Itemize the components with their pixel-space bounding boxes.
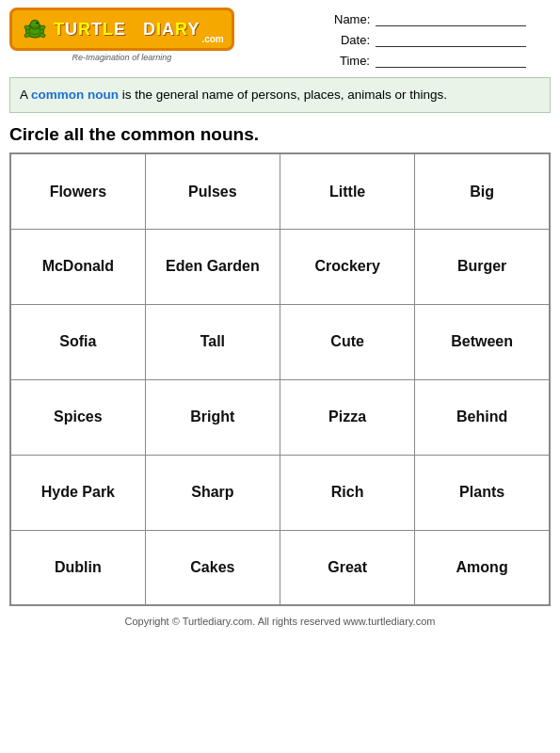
table-row: SofiaTallCuteBetween bbox=[10, 304, 550, 379]
table-cell: Plants bbox=[415, 455, 550, 530]
table-cell: Hyde Park bbox=[10, 455, 145, 530]
info-suffix: is the general name of persons, places, … bbox=[119, 88, 447, 102]
date-label: Date: bbox=[334, 33, 370, 47]
table-cell: Spices bbox=[10, 379, 145, 455]
table-cell: Pulses bbox=[145, 153, 280, 229]
table-cell: Big bbox=[415, 153, 550, 229]
turtle-icon bbox=[20, 14, 50, 44]
table-wrapper: FlowersPulsesLittleBigMcDonaldEden Garde… bbox=[0, 149, 560, 610]
name-fields: Name: Date: Time: bbox=[334, 8, 551, 68]
name-row: Name: bbox=[334, 11, 551, 26]
table-cell: Eden Garden bbox=[145, 229, 280, 304]
name-label: Name: bbox=[334, 12, 370, 26]
table-cell: Among bbox=[415, 530, 550, 605]
table-cell: Between bbox=[415, 304, 550, 379]
info-prefix: A bbox=[20, 88, 31, 102]
table-cell: Burger bbox=[415, 229, 550, 304]
table-cell: Flowers bbox=[10, 153, 145, 229]
table-cell: Tall bbox=[145, 304, 280, 379]
table-cell: Behind bbox=[415, 379, 550, 455]
logo-text: TURTLE DIARY bbox=[54, 20, 200, 40]
date-input[interactable] bbox=[376, 32, 526, 47]
logo-area: TURTLE DIARY .com Re-Imagination of lear… bbox=[9, 8, 234, 62]
worksheet-title: Circle all the common nouns. bbox=[0, 119, 560, 149]
date-row: Date: bbox=[334, 32, 551, 47]
logo-dotcom: .com bbox=[201, 34, 223, 44]
table-cell: Cute bbox=[280, 304, 415, 379]
svg-point-2 bbox=[24, 32, 30, 38]
table-cell: Pizza bbox=[280, 379, 415, 455]
table-row: FlowersPulsesLittleBig bbox=[10, 153, 550, 229]
table-cell: Crockery bbox=[280, 229, 415, 304]
time-label: Time: bbox=[334, 54, 370, 68]
logo-tagline: Re-Imagination of learning bbox=[72, 53, 172, 62]
svg-point-7 bbox=[36, 23, 38, 24]
table-cell: McDonald bbox=[10, 229, 145, 304]
table-row: SpicesBrightPizzaBehind bbox=[10, 379, 550, 455]
table-cell: Sofia bbox=[10, 304, 145, 379]
table-cell: Little bbox=[280, 153, 415, 229]
logo-box: TURTLE DIARY .com bbox=[9, 8, 234, 51]
table-cell: Great bbox=[280, 530, 415, 605]
footer: Copyright © Turtlediary.com. All rights … bbox=[0, 610, 560, 631]
table-cell: Rich bbox=[280, 455, 415, 530]
time-input[interactable] bbox=[376, 53, 526, 68]
table-cell: Sharp bbox=[145, 455, 280, 530]
svg-point-3 bbox=[39, 32, 45, 38]
name-input[interactable] bbox=[376, 11, 526, 26]
common-noun-link: common noun bbox=[31, 88, 119, 102]
info-box: A common noun is the general name of per… bbox=[9, 77, 551, 113]
nouns-table: FlowersPulsesLittleBigMcDonaldEden Garde… bbox=[9, 152, 551, 606]
table-row: McDonaldEden GardenCrockeryBurger bbox=[10, 229, 550, 304]
table-row: DublinCakesGreatAmong bbox=[10, 530, 550, 605]
table-cell: Bright bbox=[145, 379, 280, 455]
time-row: Time: bbox=[334, 53, 551, 68]
header: TURTLE DIARY .com Re-Imagination of lear… bbox=[0, 0, 560, 72]
table-cell: Dublin bbox=[10, 530, 145, 605]
table-row: Hyde ParkSharpRichPlants bbox=[10, 455, 550, 530]
table-cell: Cakes bbox=[145, 530, 280, 605]
